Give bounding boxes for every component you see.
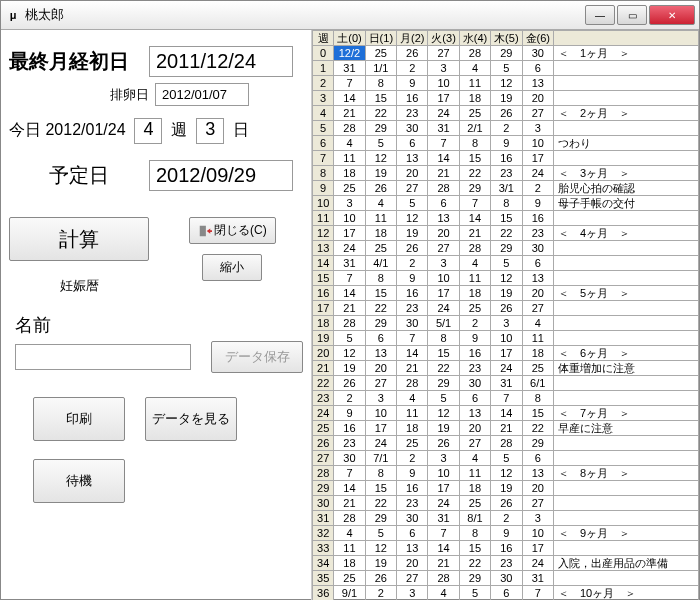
content: 最終月経初日 2011/12/24 排卵日 2012/01/07 今日 2012…	[1, 30, 699, 600]
due-value[interactable]: 2012/09/29	[149, 160, 293, 191]
day-cell: 2	[397, 256, 428, 271]
close-button[interactable]: 閉じる(C)	[189, 217, 276, 244]
shrink-button[interactable]: 縮小	[202, 254, 262, 281]
day-cell: 7	[522, 586, 553, 601]
day-cell: 26	[491, 496, 522, 511]
day-cell: 17	[334, 226, 365, 241]
maximize-button[interactable]: ▭	[617, 5, 647, 25]
pregnancy-table: 週土(0)日(1)月(2)火(3)水(4)木(5)金(6) 012/225262…	[312, 30, 699, 600]
day-cell: 29	[365, 511, 396, 526]
day-cell: 26	[365, 571, 396, 586]
day-cell: 5	[365, 136, 396, 151]
week-number: 19	[313, 331, 334, 346]
view-data-button[interactable]: データを見る	[145, 397, 237, 441]
week-note: ＜ 4ヶ月 ＞	[554, 226, 699, 241]
day-cell: 26	[397, 241, 428, 256]
day-cell: 21	[334, 301, 365, 316]
week-number: 32	[313, 526, 334, 541]
col-header: 木(5)	[491, 31, 522, 46]
name-input[interactable]	[15, 344, 191, 370]
day-cell: 5	[365, 526, 396, 541]
col-header: 火(3)	[428, 31, 459, 46]
day-cell: 4	[334, 526, 365, 541]
day-cell: 8	[428, 331, 459, 346]
day-cell: 29	[365, 121, 396, 136]
day-cell: 17	[491, 346, 522, 361]
today-value: 2012/01/24	[45, 121, 125, 138]
day-cell: 18	[459, 481, 490, 496]
day-cell: 17	[428, 286, 459, 301]
day-cell: 21	[459, 226, 490, 241]
week-note	[554, 316, 699, 331]
week-note: ＜ 6ヶ月 ＞	[554, 346, 699, 361]
day-cell: 10	[428, 271, 459, 286]
print-button[interactable]: 印刷	[33, 397, 125, 441]
calendar-pane[interactable]: 週土(0)日(1)月(2)火(3)水(4)木(5)金(6) 012/225262…	[311, 30, 699, 600]
day-cell: 12	[365, 151, 396, 166]
day-cell: 23	[522, 226, 553, 241]
day-cell: 5	[491, 256, 522, 271]
save-button[interactable]: データ保存	[211, 341, 303, 373]
day-cell: 16	[491, 151, 522, 166]
day-cell: 26	[491, 301, 522, 316]
week-number: 4	[313, 106, 334, 121]
day-cell: 19	[365, 556, 396, 571]
day-cell: 8	[365, 76, 396, 91]
day-cell: 4	[459, 61, 490, 76]
day-cell: 6	[459, 391, 490, 406]
day-cell: 11	[334, 151, 365, 166]
app-window: μ 桃太郎 — ▭ ✕ 最終月経初日 2011/12/24 排卵日 2012/0…	[0, 0, 700, 600]
name-label: 名前	[15, 313, 303, 337]
ovulation-value[interactable]: 2012/01/07	[155, 83, 249, 106]
wait-button[interactable]: 待機	[33, 459, 125, 503]
day-cell: 28	[491, 436, 522, 451]
day-cell: 2	[334, 391, 365, 406]
week-note	[554, 571, 699, 586]
day-cell: 12	[491, 271, 522, 286]
day-cell: 29	[491, 241, 522, 256]
day-cell: 9	[334, 406, 365, 421]
day-cell: 14	[428, 541, 459, 556]
day-cell: 7	[334, 76, 365, 91]
minimize-button[interactable]: —	[585, 5, 615, 25]
day-cell: 23	[459, 361, 490, 376]
day-cell: 26	[334, 376, 365, 391]
day-cell: 7	[459, 196, 490, 211]
close-window-button[interactable]: ✕	[649, 5, 695, 25]
day-cell: 16	[397, 286, 428, 301]
day-cell: 24	[428, 496, 459, 511]
day-cell: 17	[428, 91, 459, 106]
day-cell: 28	[334, 316, 365, 331]
week-note: ＜ 7ヶ月 ＞	[554, 406, 699, 421]
week-value[interactable]: 4	[134, 118, 162, 144]
day-cell: 7	[428, 136, 459, 151]
day-cell: 14	[491, 406, 522, 421]
day-cell: 30	[397, 511, 428, 526]
day-cell: 12	[365, 541, 396, 556]
day-cell: 20	[522, 91, 553, 106]
day-cell: 19	[397, 226, 428, 241]
window-title: 桃太郎	[25, 6, 585, 24]
day-cell: 10	[334, 211, 365, 226]
lmp-value[interactable]: 2011/12/24	[149, 46, 293, 77]
day-cell: 25	[397, 436, 428, 451]
week-note	[554, 451, 699, 466]
day-cell: 6/1	[522, 376, 553, 391]
day-cell: 21	[428, 556, 459, 571]
day-cell: 23	[491, 556, 522, 571]
day-cell: 2	[397, 451, 428, 466]
day-cell: 8	[459, 136, 490, 151]
week-number: 25	[313, 421, 334, 436]
week-note: つわり	[554, 136, 699, 151]
day-value[interactable]: 3	[196, 118, 224, 144]
day-cell: 26	[365, 181, 396, 196]
window-buttons: — ▭ ✕	[585, 5, 695, 25]
week-note: 体重増加に注意	[554, 361, 699, 376]
day-cell: 4	[459, 256, 490, 271]
day-cell: 30	[459, 376, 490, 391]
day-cell: 25	[459, 106, 490, 121]
day-cell: 29	[491, 46, 522, 61]
calc-button[interactable]: 計算	[9, 217, 149, 261]
week-note	[554, 301, 699, 316]
day-cell: 25	[334, 181, 365, 196]
